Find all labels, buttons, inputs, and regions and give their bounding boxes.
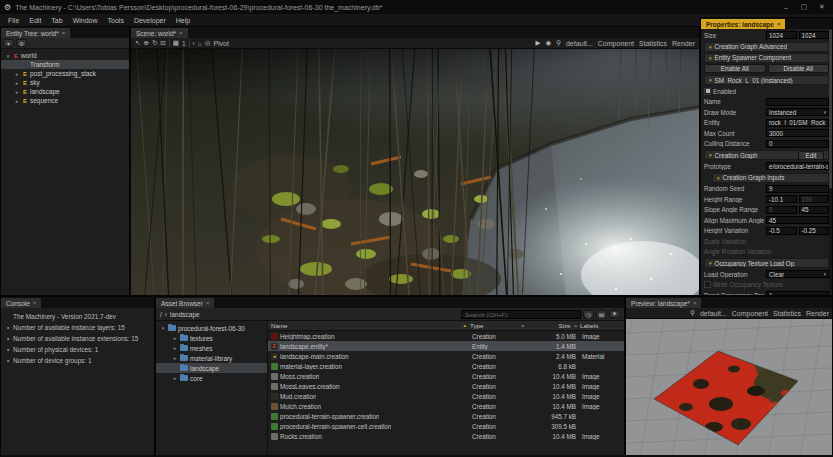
entity-field[interactable]: rock_l_01/SM_Rock_L_01_LOD: [766, 119, 829, 127]
tab-asset-browser[interactable]: Asset Browser ×: [156, 298, 214, 308]
breadcrumb-current[interactable]: landscape: [170, 311, 200, 318]
section-entity-spawner[interactable]: ▾ Entity Spawner Component: [704, 53, 829, 63]
tab-console[interactable]: Console ×: [1, 298, 41, 308]
draw-mode-select[interactable]: Instanced ▾: [766, 108, 829, 116]
column-header-size[interactable]: Size ▲: [528, 322, 580, 329]
folder-item[interactable]: ▸ material-library: [156, 353, 267, 363]
entity-tree-item[interactable]: ▸ E post_processing_stack: [1, 69, 129, 78]
tab-close-icon[interactable]: ×: [206, 300, 210, 306]
camera-icon[interactable]: ◉: [546, 39, 552, 47]
tab-close-icon[interactable]: ×: [693, 300, 697, 306]
table-row[interactable]: MossLeaves.creation Creation 10.4 MB Ima…: [268, 381, 624, 391]
back-button[interactable]: ‹: [193, 40, 195, 47]
expand-arrow-icon[interactable]: ▸: [14, 89, 20, 95]
statistics-menu-button[interactable]: Statistics: [639, 40, 667, 47]
breadcrumb-root[interactable]: /: [160, 311, 162, 318]
folder-item[interactable]: ▾ procedural-forest-06-30: [156, 323, 267, 333]
move-tool-icon[interactable]: ⊕: [143, 39, 148, 47]
folder-item[interactable]: ▸ meshes: [156, 343, 267, 353]
size-y-field[interactable]: 1024: [799, 31, 830, 39]
expand-arrow-icon[interactable]: ▸: [14, 98, 20, 104]
entity-tree-item[interactable]: ▸ E sky: [1, 78, 129, 87]
camera-select[interactable]: default...: [700, 310, 727, 317]
read-occupancy-field[interactable]: 1: [766, 291, 829, 295]
tab-preview[interactable]: Preview: landscape* ×: [626, 298, 701, 308]
scale-tool-icon[interactable]: ⊡: [160, 39, 165, 47]
section-creation-graph[interactable]: ▾ Creation Graph Edit: [704, 150, 829, 160]
column-header-labels[interactable]: Labels: [580, 322, 624, 329]
folder-item[interactable]: ▸ textures: [156, 333, 267, 343]
table-row[interactable]: Mulch.creation Creation 10.4 MB Image: [268, 401, 624, 411]
tab-close-icon[interactable]: ×: [777, 21, 781, 27]
enabled-checkbox[interactable]: [704, 88, 711, 95]
section-sm-rock[interactable]: ▾ SM_Rock_L_01 (Instanced): [704, 75, 829, 85]
enable-all-button[interactable]: Enable All: [704, 64, 766, 73]
folder-item[interactable]: landscape: [156, 363, 267, 373]
section-creation-graph-advanced[interactable]: ▾ Creation Graph Advanced: [704, 42, 829, 52]
entity-tree-item[interactable]: ▾ E world: [1, 51, 129, 60]
tab-scene[interactable]: Scene: world* ×: [131, 28, 188, 38]
grid-snap-icon[interactable]: ▦: [173, 39, 179, 47]
entity-tree-item[interactable]: Transform: [1, 60, 129, 69]
table-row[interactable]: Heightmap.creation Creation 5.0 MB Image: [268, 331, 624, 341]
rotate-tool-icon[interactable]: ↻: [152, 39, 157, 47]
tab-close-icon[interactable]: ×: [179, 30, 183, 36]
menu-item[interactable]: File: [3, 17, 24, 24]
menu-item[interactable]: Help: [171, 17, 195, 24]
table-row[interactable]: Rocks.creation Creation 10.4 MB Image: [268, 431, 624, 441]
folder-item[interactable]: ▸ core: [156, 373, 267, 383]
random-seed-field[interactable]: 9: [766, 185, 829, 193]
tab-entity-tree[interactable]: Entity Tree: world* ×: [1, 28, 70, 38]
table-row[interactable]: procedural-terrain-spawner-cell.creation…: [268, 421, 624, 431]
camera-select[interactable]: default...: [566, 40, 593, 47]
table-row[interactable]: ● landscape-main.creation Creation 2.4 M…: [268, 351, 624, 361]
column-header-type[interactable]: Type ▲: [470, 322, 528, 329]
table-row[interactable]: material-layer.creation Creation 6.8 kB: [268, 361, 624, 371]
expand-arrow-icon[interactable]: ▸: [14, 71, 20, 77]
properties-scrollbar[interactable]: [829, 30, 832, 293]
section-creation-graph-inputs[interactable]: ▾ Creation Graph Inputs: [712, 173, 829, 183]
slope-min-field[interactable]: 0: [766, 206, 797, 214]
history-icon[interactable]: ◷: [583, 310, 594, 318]
new-asset-icon[interactable]: ▤: [596, 310, 607, 318]
height-var-max-field[interactable]: -0.25: [799, 227, 830, 235]
load-operation-select[interactable]: Clear ▾: [766, 270, 829, 278]
maximize-button[interactable]: ▢: [797, 3, 811, 11]
table-row[interactable]: Moss.creation Creation 10.4 MB Image: [268, 371, 624, 381]
filter-icon[interactable]: ▼: [609, 310, 620, 318]
size-x-field[interactable]: 1024: [766, 31, 797, 39]
table-row[interactable]: Mud.creation Creation 10.4 MB Image: [268, 391, 624, 401]
pivot-label[interactable]: Pivot: [213, 40, 229, 47]
expand-arrow-icon[interactable]: ▸: [172, 335, 178, 341]
table-row[interactable]: E landscape.entity* Entity 1.4 MB: [268, 341, 624, 351]
prototype-field[interactable]: e/procedural-terrain-spawner: [766, 162, 829, 170]
menu-item[interactable]: Tab: [46, 17, 67, 24]
component-menu-button[interactable]: Component: [732, 310, 768, 317]
expand-arrow-icon[interactable]: ▸: [14, 80, 20, 86]
menu-item[interactable]: Edit: [24, 17, 46, 24]
table-row[interactable]: procedural-terrain-spawner.creation Crea…: [268, 411, 624, 421]
tree-settings-gear-icon[interactable]: ⚙: [16, 39, 27, 47]
tab-properties[interactable]: Properties: landscape ×: [701, 19, 785, 29]
tab-close-icon[interactable]: ×: [33, 300, 37, 306]
height-var-min-field[interactable]: -0.5: [766, 227, 797, 235]
edit-button[interactable]: Edit: [798, 151, 824, 160]
home-icon[interactable]: ⌂: [198, 40, 202, 47]
preview-viewport[interactable]: [626, 319, 832, 456]
expand-arrow-icon[interactable]: ▸: [172, 355, 178, 361]
pin-icon[interactable]: ⚲: [690, 309, 695, 317]
scene-viewport[interactable]: [131, 49, 699, 295]
expand-arrow-icon[interactable]: ▸: [172, 375, 178, 381]
expand-arrow-icon[interactable]: ▾: [5, 53, 11, 59]
expand-arrow-icon[interactable]: ▾: [160, 325, 166, 331]
statistics-menu-button[interactable]: Statistics: [773, 310, 801, 317]
column-header-name[interactable]: Name ▲: [268, 322, 470, 329]
snap-value[interactable]: 1: [182, 40, 186, 47]
entity-tree-item[interactable]: ▸ E landscape: [1, 87, 129, 96]
culling-distance-field[interactable]: 0: [766, 140, 829, 148]
pivot-icon[interactable]: ◎: [205, 39, 211, 47]
search-input[interactable]: [461, 310, 581, 319]
tree-filter-dropdown[interactable]: ▾: [3, 39, 14, 47]
height-range-max-field[interactable]: 100: [799, 195, 830, 203]
menu-item[interactable]: Tools: [103, 17, 129, 24]
